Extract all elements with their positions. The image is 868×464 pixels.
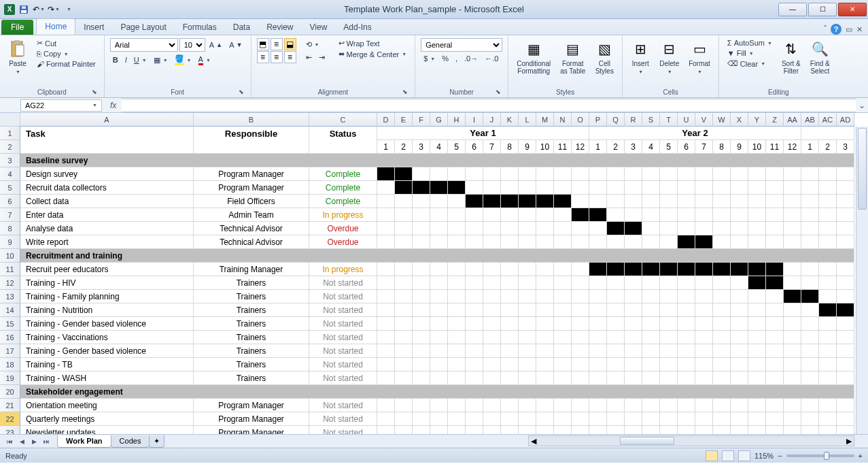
- gantt-cell[interactable]: [607, 276, 625, 290]
- row-header[interactable]: 7: [0, 208, 20, 222]
- month-header[interactable]: 10: [748, 140, 766, 154]
- section-header[interactable]: Baseline survey: [20, 154, 854, 167]
- decrease-decimal-button[interactable]: ←.0: [482, 54, 501, 63]
- gantt-cell[interactable]: [448, 195, 466, 208]
- gantt-cell[interactable]: [625, 426, 642, 434]
- responsible-cell[interactable]: Field Officers: [194, 195, 309, 208]
- gantt-cell[interactable]: [589, 358, 607, 371]
- gantt-cell[interactable]: [801, 290, 819, 303]
- gantt-cell[interactable]: [448, 344, 466, 358]
- gantt-cell[interactable]: [413, 290, 430, 303]
- gantt-cell[interactable]: [413, 371, 430, 385]
- gantt-cell[interactable]: [395, 222, 413, 235]
- gantt-cell[interactable]: [413, 317, 430, 331]
- gantt-cell[interactable]: [395, 181, 413, 195]
- responsible-cell[interactable]: Trainers: [194, 358, 309, 371]
- gantt-cell[interactable]: [660, 181, 678, 195]
- gantt-cell[interactable]: [589, 371, 607, 385]
- gantt-cell[interactable]: [483, 276, 501, 290]
- gantt-cell[interactable]: [519, 399, 536, 412]
- clear-button[interactable]: ⌫Clear▼: [725, 59, 775, 69]
- gantt-cell[interactable]: [784, 412, 801, 426]
- gantt-cell[interactable]: [731, 276, 748, 290]
- column-header[interactable]: E: [395, 113, 413, 127]
- gantt-cell[interactable]: [731, 317, 748, 331]
- gantt-cell[interactable]: [660, 358, 678, 371]
- gantt-cell[interactable]: [819, 235, 837, 249]
- gantt-cell[interactable]: [501, 331, 519, 344]
- gantt-cell[interactable]: [748, 181, 766, 195]
- gantt-cell[interactable]: [819, 331, 837, 344]
- gantt-cell[interactable]: [625, 317, 642, 331]
- gantt-cell[interactable]: [554, 303, 572, 317]
- conditional-formatting-button[interactable]: ▦Conditional Formatting: [514, 38, 553, 76]
- gantt-cell[interactable]: [766, 263, 784, 276]
- gantt-cell[interactable]: [819, 399, 837, 412]
- gantt-cell[interactable]: [430, 344, 448, 358]
- gantt-cell[interactable]: [483, 344, 501, 358]
- gantt-cell[interactable]: [713, 358, 731, 371]
- gantt-cell[interactable]: [713, 235, 731, 249]
- gantt-cell[interactable]: [713, 222, 731, 235]
- gantt-cell[interactable]: [748, 235, 766, 249]
- zoom-in-button[interactable]: +: [858, 452, 863, 460]
- task-cell[interactable]: Recruit peer educators: [20, 263, 194, 276]
- gantt-cell[interactable]: [519, 263, 536, 276]
- gantt-cell[interactable]: [466, 371, 483, 385]
- underline-button[interactable]: U▼: [131, 55, 150, 65]
- gantt-cell[interactable]: [572, 399, 589, 412]
- gantt-cell[interactable]: [395, 412, 413, 426]
- gantt-cell[interactable]: [695, 371, 713, 385]
- gantt-cell[interactable]: [731, 222, 748, 235]
- gantt-cell[interactable]: [572, 263, 589, 276]
- gantt-cell[interactable]: [784, 276, 801, 290]
- gantt-cell[interactable]: [519, 371, 536, 385]
- gantt-cell[interactable]: [660, 276, 678, 290]
- gantt-cell[interactable]: [413, 208, 430, 222]
- align-center-button[interactable]: ≡: [271, 51, 283, 63]
- row-header[interactable]: 12: [0, 276, 20, 290]
- gantt-cell[interactable]: [642, 208, 660, 222]
- increase-indent-button[interactable]: ⇥: [316, 52, 328, 63]
- gantt-cell[interactable]: [607, 358, 625, 371]
- status-cell[interactable]: Not started: [309, 303, 377, 317]
- status-cell[interactable]: In progress: [309, 263, 377, 276]
- gantt-cell[interactable]: [430, 426, 448, 434]
- gantt-cell[interactable]: [713, 331, 731, 344]
- gantt-cell[interactable]: [589, 399, 607, 412]
- gantt-cell[interactable]: [695, 222, 713, 235]
- gantt-cell[interactable]: [483, 167, 501, 181]
- gantt-cell[interactable]: [660, 195, 678, 208]
- gantt-cell[interactable]: [607, 222, 625, 235]
- gantt-cell[interactable]: [642, 331, 660, 344]
- gantt-cell[interactable]: [607, 412, 625, 426]
- gantt-cell[interactable]: [519, 195, 536, 208]
- gantt-cell[interactable]: [466, 412, 483, 426]
- column-header[interactable]: J: [483, 113, 501, 127]
- gantt-cell[interactable]: [642, 263, 660, 276]
- sheet-nav-last-icon[interactable]: ⏭: [41, 436, 52, 447]
- gantt-cell[interactable]: [748, 290, 766, 303]
- gantt-cell[interactable]: [483, 195, 501, 208]
- gantt-cell[interactable]: [731, 167, 748, 181]
- gantt-cell[interactable]: [695, 317, 713, 331]
- gantt-cell[interactable]: [678, 222, 695, 235]
- gantt-cell[interactable]: [766, 371, 784, 385]
- month-header[interactable]: 10: [536, 140, 554, 154]
- gantt-cell[interactable]: [801, 263, 819, 276]
- gantt-cell[interactable]: [625, 358, 642, 371]
- gantt-cell[interactable]: [554, 208, 572, 222]
- minimize-button[interactable]: —: [778, 3, 807, 16]
- task-cell[interactable]: Newsletter updates: [20, 426, 194, 434]
- gantt-cell[interactable]: [413, 358, 430, 371]
- gantt-cell[interactable]: [377, 331, 395, 344]
- gantt-cell[interactable]: [607, 235, 625, 249]
- gantt-cell[interactable]: [501, 208, 519, 222]
- row-header[interactable]: 3: [0, 154, 20, 167]
- status-cell[interactable]: Complete: [309, 195, 377, 208]
- row-header[interactable]: 9: [0, 235, 20, 249]
- responsible-cell[interactable]: Program Manager: [194, 426, 309, 434]
- column-header[interactable]: Z: [766, 113, 784, 127]
- gantt-cell[interactable]: [748, 317, 766, 331]
- task-cell[interactable]: Training - Family planning: [20, 290, 194, 303]
